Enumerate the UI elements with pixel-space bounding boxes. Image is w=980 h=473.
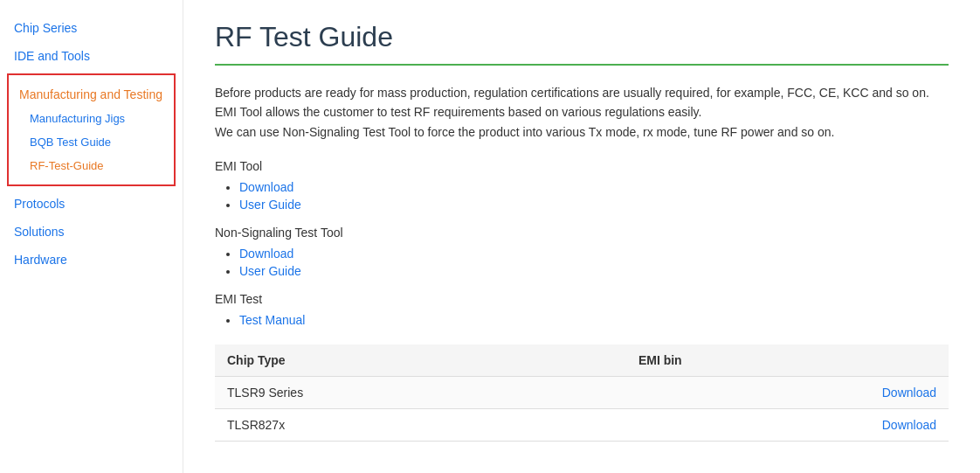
list-item: Download bbox=[239, 180, 949, 194]
page-title: RF Test Guide bbox=[215, 21, 949, 53]
list-item: User Guide bbox=[239, 264, 949, 278]
description-line2: We can use Non-Signaling Test Tool to fo… bbox=[215, 125, 834, 139]
sidebar-item-protocols[interactable]: Protocols bbox=[0, 190, 183, 218]
cell-emi-bin: Download bbox=[626, 409, 949, 442]
link-list-emi-test: Test Manual bbox=[215, 313, 949, 327]
table-header-row: Chip Type EMI bin bbox=[215, 344, 949, 377]
link-test-manual-emi-test[interactable]: Test Manual bbox=[239, 313, 305, 327]
sidebar-item-ide-and-tools[interactable]: IDE and Tools bbox=[0, 42, 183, 70]
col-chip-type: Chip Type bbox=[215, 344, 626, 377]
table-row: TLSR827xDownload bbox=[215, 409, 949, 442]
sidebar-top-items: Chip SeriesIDE and Tools bbox=[0, 14, 183, 70]
sidebar-subitem-rf-test-guide[interactable]: RF-Test-Guide bbox=[9, 154, 174, 177]
link-user-guide-non-signaling[interactable]: User Guide bbox=[239, 264, 301, 278]
main-content: RF Test Guide Before products are ready … bbox=[183, 0, 980, 473]
section-title-emi-test: EMI Test bbox=[215, 292, 949, 306]
list-item: Test Manual bbox=[239, 313, 949, 327]
list-item: Download bbox=[239, 247, 949, 261]
list-item: User Guide bbox=[239, 198, 949, 212]
sidebar-bottom-items: ProtocolsSolutionsHardware bbox=[0, 190, 183, 274]
sidebar-item-hardware[interactable]: Hardware bbox=[0, 246, 183, 274]
cell-emi-bin: Download bbox=[626, 377, 949, 409]
link-list-emi-tool: DownloadUser Guide bbox=[215, 180, 949, 212]
sidebar: Chip SeriesIDE and Tools Manufacturing a… bbox=[0, 0, 183, 473]
emi-bin-download-tlsr827x[interactable]: Download bbox=[882, 418, 936, 432]
link-download-emi-tool[interactable]: Download bbox=[239, 180, 293, 194]
description: Before products are ready for mass produ… bbox=[215, 83, 949, 142]
table-row: TLSR9 SeriesDownload bbox=[215, 377, 949, 409]
section-title-emi-tool: EMI Tool bbox=[215, 159, 949, 173]
sidebar-manufacturing-title[interactable]: Manufacturing and Testing bbox=[9, 82, 174, 107]
link-download-non-signaling[interactable]: Download bbox=[239, 247, 293, 261]
emi-bin-download-tlsr9-series[interactable]: Download bbox=[882, 386, 936, 400]
link-user-guide-emi-tool[interactable]: User Guide bbox=[239, 198, 301, 212]
chip-table: Chip Type EMI bin TLSR9 SeriesDownloadTL… bbox=[215, 344, 949, 442]
sidebar-item-chip-series[interactable]: Chip Series bbox=[0, 14, 183, 42]
cell-chip-type: TLSR9 Series bbox=[215, 377, 626, 409]
description-line1: Before products are ready for mass produ… bbox=[215, 86, 929, 119]
table-body: TLSR9 SeriesDownloadTLSR827xDownload bbox=[215, 377, 949, 442]
section-title-non-signaling: Non-Signaling Test Tool bbox=[215, 226, 949, 240]
table-head: Chip Type EMI bin bbox=[215, 344, 949, 377]
cell-chip-type: TLSR827x bbox=[215, 409, 626, 442]
sidebar-subitem-bqb-test-guide[interactable]: BQB Test Guide bbox=[9, 130, 174, 154]
sidebar-manufacturing-section: Manufacturing and Testing Manufacturing … bbox=[7, 73, 176, 186]
link-list-non-signaling: DownloadUser Guide bbox=[215, 247, 949, 278]
sidebar-item-solutions[interactable]: Solutions bbox=[0, 218, 183, 246]
col-emi-bin: EMI bin bbox=[626, 344, 949, 377]
sidebar-sub-items: Manufacturing JigsBQB Test GuideRF-Test-… bbox=[9, 107, 174, 177]
content-sections: EMI ToolDownloadUser GuideNon-Signaling … bbox=[215, 159, 949, 327]
sidebar-subitem-manufacturing-jigs[interactable]: Manufacturing Jigs bbox=[9, 107, 174, 130]
green-divider bbox=[215, 64, 949, 66]
